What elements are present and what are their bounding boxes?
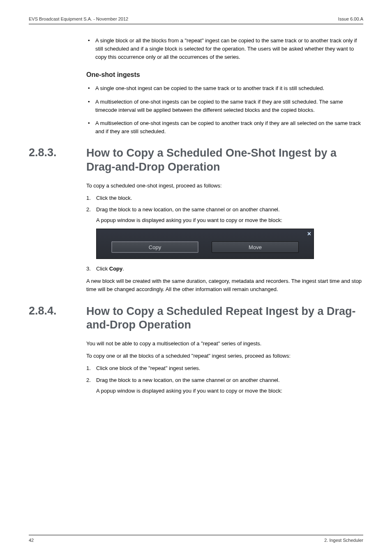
step-2-sub: A popup window is displayed asking you i… [96, 387, 363, 395]
footer-page-number: 42 [29, 538, 34, 543]
section-283-steps: Click the block. Drag the block to a new… [86, 194, 363, 224]
intro-bullet: A single block or all the blocks from a … [86, 37, 363, 61]
step-3-bold: Copy [109, 266, 123, 272]
section-284-heading: 2.8.4. How to Copy a Scheduled Repeat In… [29, 305, 363, 333]
section-283-steps-cont: Click Copy. [86, 265, 363, 273]
section-number: 2.8.3. [29, 146, 86, 159]
section-283-after: A new block will be created with the sam… [86, 277, 363, 294]
copy-move-popup: × Copy Move [96, 229, 314, 259]
oneshot-bullet: A multiselection of one-shot ingests can… [86, 119, 363, 136]
page-footer: 42 2. Ingest Scheduler [29, 535, 363, 543]
section-283-heading: 2.8.3. How to Copy a Scheduled One-Shot … [29, 146, 363, 174]
step-2: Drag the block to a new location, on the… [86, 206, 363, 224]
close-icon[interactable]: × [307, 231, 311, 237]
step-2: Drag the block to a new location, on the… [86, 376, 363, 395]
heading-oneshot: One-shot ingests [86, 71, 363, 79]
section-283-lead: To copy a scheduled one-shot ingest, pro… [86, 182, 363, 190]
step-1: Click one block of the "repeat" ingest s… [86, 364, 363, 372]
step-3-suffix: . [122, 266, 124, 272]
copy-button[interactable]: Copy [111, 241, 198, 253]
oneshot-bullet: A single one-shot ingest can be copied t… [86, 84, 363, 92]
move-button[interactable]: Move [212, 241, 299, 253]
step-2-text: Drag the block to a new location, on the… [96, 206, 280, 213]
header-right: Issue 6.00.A [338, 16, 363, 21]
footer-section: 2. Ingest Scheduler [324, 538, 363, 543]
step-2-text: Drag the block to a new location, on the… [96, 377, 280, 383]
step-1: Click the block. [86, 194, 363, 202]
section-284-steps: Click one block of the "repeat" ingest s… [86, 364, 363, 395]
step-3-prefix: Click [96, 266, 109, 272]
step-3: Click Copy. [86, 265, 363, 273]
step-2-sub: A popup window is displayed asking you i… [96, 216, 363, 224]
intro-bullet-list: A single block or all the blocks from a … [86, 37, 363, 61]
oneshot-bullet-list: A single one-shot ingest can be copied t… [86, 84, 363, 136]
page-header: EVS Broadcast Equipment S.A. - November … [29, 16, 363, 24]
section-title: How to Copy a Scheduled Repeat Ingest by… [86, 305, 363, 333]
section-number: 2.8.4. [29, 305, 86, 317]
oneshot-bullet: A multiselection of one-shot ingests can… [86, 98, 363, 114]
header-left: EVS Broadcast Equipment S.A. - November … [29, 16, 128, 21]
section-284-p1: You will not be able to copy a multisele… [86, 340, 363, 348]
section-284-p2: To copy one or all the blocks of a sched… [86, 352, 363, 360]
section-title: How to Copy a Scheduled One-Shot Ingest … [86, 146, 363, 174]
